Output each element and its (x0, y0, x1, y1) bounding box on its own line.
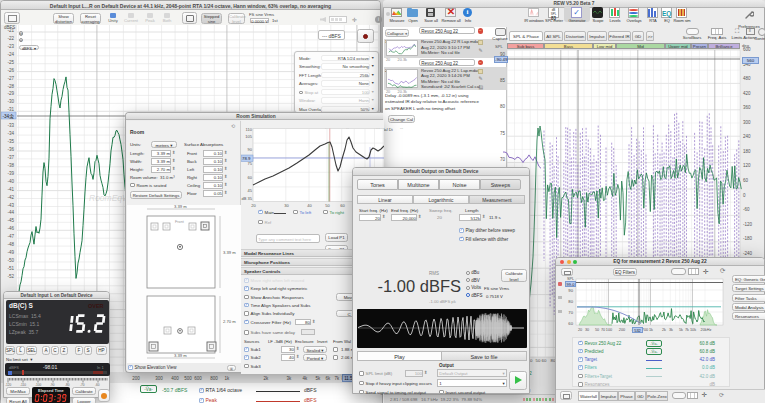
svg-text:Front: Front (175, 220, 185, 224)
svg-text:-100: -100 (35, 383, 42, 387)
svg-text:3.39 m: 3.39 m (174, 353, 187, 358)
svg-text:3.39 m: 3.39 m (174, 205, 187, 209)
svg-text:-70: -70 (80, 383, 85, 387)
svg-text:-90: -90 (50, 383, 55, 387)
svg-text:2.70 m: 2.70 m (223, 319, 236, 324)
svg-text:3.39 m: 3.39 m (223, 250, 236, 255)
svg-text:-110: -110 (20, 383, 26, 387)
svg-text:-80: -80 (65, 383, 70, 387)
svg-text:-60: -60 (95, 383, 100, 387)
svg-text:-120: -120 (5, 383, 12, 387)
